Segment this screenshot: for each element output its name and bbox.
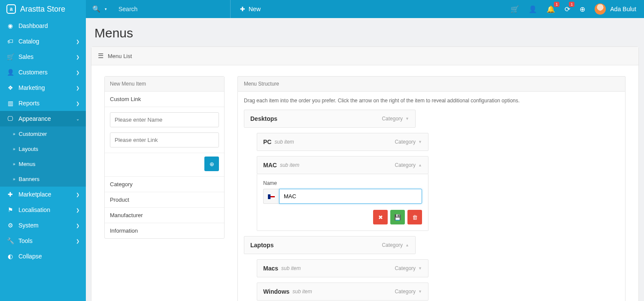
- caret-down-icon[interactable]: ▼: [418, 140, 422, 144]
- tab-manufacturer[interactable]: Manufacturer: [105, 208, 224, 223]
- sidebar-item-customers[interactable]: 👤 Customers ❯: [0, 64, 86, 80]
- sidebar-label: Collapse: [18, 253, 42, 260]
- sidebar-item-sales[interactable]: 🛒 Sales ❯: [0, 49, 86, 64]
- structure-body: Drag each item into the order you prefer…: [237, 91, 626, 301]
- cart-icon: 🛒: [6, 53, 14, 60]
- cancel-button[interactable]: ✖: [373, 210, 388, 224]
- link-input[interactable]: [110, 132, 219, 147]
- topbar-cart-icon[interactable]: 🛒: [510, 5, 519, 13]
- user-icon: 👤: [6, 69, 14, 76]
- sidebar-label: Reports: [18, 100, 39, 107]
- structure-header: Menu Structure: [237, 76, 626, 91]
- brand-name: Arastta Store: [20, 5, 65, 14]
- mi-title: PC: [263, 138, 271, 145]
- save-button[interactable]: 💾: [390, 210, 405, 224]
- cancel-icon: ✖: [378, 214, 383, 221]
- delete-button[interactable]: 🗑: [407, 210, 422, 224]
- topbar-user[interactable]: Ada Bulut: [595, 3, 636, 15]
- new-button[interactable]: ✚ New: [235, 6, 266, 12]
- menu-item-macs[interactable]: Macs sub item Category ▼: [257, 259, 428, 277]
- add-item-button[interactable]: ⊕: [204, 157, 219, 171]
- menu-item-mac-body: Name ✖ 💾 🗑: [257, 174, 428, 231]
- sidebar-subitem-customizer[interactable]: » Customizer: [0, 126, 86, 141]
- sidebar-subitem-layouts[interactable]: » Layouts: [0, 141, 86, 157]
- sidebar-label: Sales: [18, 53, 33, 60]
- topbar-divider: [230, 0, 231, 18]
- sidebar-label: Appearance: [18, 115, 51, 122]
- chart-icon: ▥: [6, 100, 14, 107]
- topbar-user-icon[interactable]: 👤: [529, 5, 537, 13]
- sidebar-label: Tools: [18, 237, 33, 244]
- search-input[interactable]: [116, 3, 228, 15]
- menu-item-mac[interactable]: MAC sub item Category ▲: [257, 156, 428, 174]
- search-icon[interactable]: 🔍: [92, 5, 100, 13]
- mi-subitem: sub item: [274, 139, 294, 145]
- tab-category[interactable]: Category: [105, 177, 224, 192]
- sidebar-item-marketing[interactable]: ❖ Marketing ❯: [0, 80, 86, 95]
- brand[interactable]: a Arastta Store: [0, 0, 86, 18]
- topbar-globe-icon[interactable]: ⊕: [580, 5, 585, 13]
- sidebar-item-localisation[interactable]: ⚑ Localisation ❯: [0, 202, 86, 218]
- double-chevron-icon: »: [13, 177, 15, 181]
- mi-title: Desktops: [250, 115, 277, 122]
- panel-header: ☰ Menu List: [91, 47, 638, 65]
- new-menu-panel: New Menu Item Custom Link ⊕ Category Pro…: [104, 76, 225, 239]
- menu-item-windows[interactable]: Windows sub item Category ▼: [257, 283, 428, 301]
- double-chevron-icon: »: [13, 132, 15, 136]
- main: Menus ☰ Menu List New Menu Item Custom L…: [86, 0, 644, 301]
- menu-item-laptops[interactable]: Laptops Category ▲: [244, 236, 416, 254]
- sidebar-sublabel: Menus: [19, 161, 36, 167]
- chevron-down-icon: ⌄: [76, 117, 79, 121]
- share-icon: ❖: [6, 84, 14, 91]
- chevron-right-icon: ❯: [76, 223, 79, 228]
- sidebar-item-dashboard[interactable]: ◉ Dashboard: [0, 18, 86, 34]
- mi-subitem: sub item: [280, 162, 299, 168]
- custom-link-row[interactable]: Custom Link: [105, 92, 224, 107]
- mac-name-input[interactable]: [279, 189, 422, 204]
- page-title: Menus: [86, 18, 644, 46]
- flag-icon: ⚑: [6, 206, 14, 213]
- tab-product[interactable]: Product: [105, 192, 224, 208]
- avatar: [595, 3, 606, 15]
- sidebar-item-system[interactable]: ⚙ System ❯: [0, 218, 86, 233]
- tag-icon: 🏷: [6, 38, 14, 45]
- structure-help: Drag each item into the order you prefer…: [244, 98, 619, 104]
- menu-item-desktops[interactable]: Desktops Category ▼: [244, 110, 416, 128]
- mi-type: Category: [395, 139, 416, 145]
- caret-down-icon[interactable]: ▼: [405, 117, 409, 121]
- brand-logo-icon: a: [6, 4, 16, 14]
- sidebar-sublabel: Banners: [19, 176, 39, 182]
- chevron-right-icon: ❯: [76, 239, 79, 243]
- caret-down-icon[interactable]: ▼: [418, 266, 422, 270]
- caret-down-icon[interactable]: ▼: [418, 289, 422, 294]
- sidebar-sublabel: Layouts: [19, 146, 39, 152]
- chevron-right-icon: ❯: [76, 55, 79, 59]
- tab-information[interactable]: Information: [105, 223, 224, 238]
- menu-item-pc[interactable]: PC sub item Category ▼: [257, 133, 428, 151]
- sidebar-item-appearance[interactable]: 🖵 Appearance ⌄: [0, 111, 86, 126]
- sidebar-item-reports[interactable]: ▥ Reports ❯: [0, 95, 86, 111]
- caret-up-icon[interactable]: ▲: [418, 163, 422, 167]
- name-input[interactable]: [110, 112, 219, 127]
- notif-badge: 1: [554, 2, 559, 7]
- caret-up-icon[interactable]: ▲: [405, 243, 409, 247]
- new-menu-header: New Menu Item: [105, 77, 224, 92]
- topbar-bell-icon[interactable]: 🔔1: [547, 5, 555, 13]
- sidebar-sublabel: Customizer: [19, 131, 47, 137]
- sidebar-label: Dashboard: [18, 22, 48, 29]
- mi-title: MAC: [263, 162, 277, 169]
- sidebar-subitem-banners[interactable]: » Banners: [0, 172, 86, 187]
- sidebar-item-marketplace[interactable]: ✚ Marketplace ❯: [0, 187, 86, 202]
- sidebar-item-collapse[interactable]: ◐ Collapse: [0, 249, 86, 264]
- user-name: Ada Bulut: [610, 6, 636, 12]
- sidebar-item-tools[interactable]: 🔧 Tools ❯: [0, 233, 86, 249]
- mi-title: Macs: [263, 265, 278, 272]
- name-field-label: Name: [263, 180, 422, 186]
- topbar-refresh-icon[interactable]: ⟳1: [565, 5, 570, 13]
- mi-title: Laptops: [250, 242, 273, 249]
- sidebar-label: Marketing: [18, 84, 45, 91]
- language-flag[interactable]: [263, 189, 279, 204]
- sidebar-subitem-menus[interactable]: » Menus: [0, 157, 86, 172]
- search-caret-icon[interactable]: ▾: [105, 7, 107, 11]
- sidebar-item-catalog[interactable]: 🏷 Catalog ❯: [0, 34, 86, 49]
